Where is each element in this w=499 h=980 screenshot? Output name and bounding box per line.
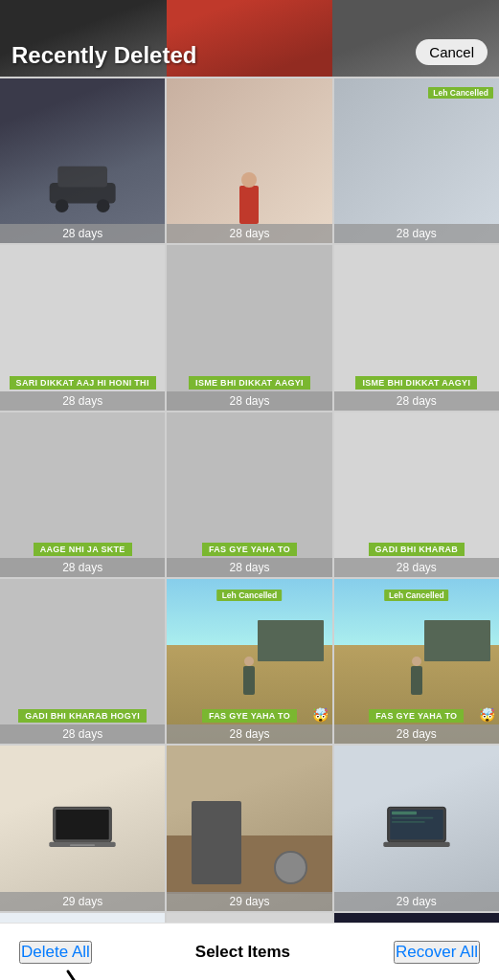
select-items-label: Select Items (195, 943, 290, 962)
cell-days-13: 29 days (0, 892, 165, 911)
cell-tag-11: FAS GYE YAHA TO (202, 709, 297, 723)
leh-cancelled-tag-11: Leh Cancelled (217, 590, 283, 601)
grid-cell-14[interactable]: 29 days (167, 746, 331, 910)
cell-days-10: 28 days (0, 724, 165, 744)
grid-cell-5[interactable]: ISME BHI DIKKAT AAGYI 28 days (167, 245, 331, 410)
grid-cell-2[interactable]: 28 days (167, 78, 331, 243)
emoji-11: 🤯 (312, 707, 329, 723)
laptop-container-2 (334, 746, 499, 910)
cell-thumb (167, 78, 331, 243)
svg-rect-5 (56, 810, 108, 839)
cell-tag-12: FAS GYE YAHA TO (369, 709, 464, 723)
cell-days-9: 28 days (334, 558, 499, 577)
svg-point-2 (56, 199, 69, 212)
cell-days-2: 28 days (167, 224, 331, 243)
cell-days-5: 28 days (167, 391, 331, 411)
cell-days-3: 28 days (334, 224, 499, 243)
mug (274, 851, 306, 883)
svg-rect-12 (392, 822, 425, 824)
cancel-button[interactable]: Cancel (416, 39, 488, 65)
svg-rect-13 (383, 842, 449, 847)
grid-cell-15[interactable]: 29 days (334, 746, 499, 910)
grid-cell-11[interactable]: Leh Cancelled FAS GYE YAHA TO 🤯 28 days (167, 579, 331, 744)
cell-tag-9: GADI BHI KHARAB (369, 543, 465, 556)
svg-rect-1 (57, 167, 107, 188)
cell-tag-4: SARI DIKKAT AAJ HI HONI THI (10, 376, 156, 390)
page-title: Recently Deleted (11, 42, 196, 69)
figure (411, 666, 422, 695)
cell-tag-10: GADI BHI KHARAB HOGYI (18, 709, 147, 723)
label-overlay: AAGE NHI JA SKTE (0, 543, 165, 556)
grid-cell-7[interactable]: AAGE NHI JA SKTE 28 days (0, 412, 165, 577)
car-icon (0, 142, 165, 224)
cell-tag-6: ISME BHI DIKKAT AAGYI (355, 376, 477, 390)
cell-days-8: 28 days (167, 558, 331, 577)
label-overlay: FAS GYE YAHA TO (167, 543, 331, 556)
grid-cell-13[interactable]: 29 days (0, 746, 165, 910)
figure (239, 186, 259, 224)
cell-days-12: 28 days (334, 724, 499, 744)
header-overlay: Recently Deleted Cancel (0, 0, 499, 77)
arrow-overlay (0, 913, 165, 980)
leh-cancelled-tag-12: Leh Cancelled (384, 590, 449, 601)
label-overlay: ISME BHI DIKKAT AAGYI (334, 376, 499, 390)
cell-days-4: 28 days (0, 391, 165, 411)
label-overlay: ISME BHI DIKKAT AAGYI (167, 376, 331, 390)
svg-rect-10 (392, 812, 417, 814)
cell-tag-8: FAS GYE YAHA TO (202, 543, 297, 556)
emoji-12: 🤯 (479, 707, 495, 723)
photo-grid: 28 days 28 days Leh Cancelled 28 days SA… (0, 77, 499, 980)
grid-cell-3[interactable]: Leh Cancelled 28 days (334, 78, 499, 243)
grid-cell-6[interactable]: ISME BHI DIKKAT AAGYI 28 days (334, 245, 499, 410)
leh-tag-container: Leh Cancelled (217, 585, 283, 602)
cell-tag-7: AAGE NHI JA SKTE (34, 543, 132, 556)
label-overlay: SARI DIKKAT AAJ HI HONI THI (0, 376, 165, 390)
cell-days-1: 28 days (0, 224, 165, 243)
truck (424, 620, 490, 661)
grid-cell-8[interactable]: FAS GYE YAHA TO 28 days (167, 412, 331, 577)
svg-line-14 (68, 971, 97, 980)
cell-thumb: Leh Cancelled (334, 78, 499, 243)
label-overlay-11: FAS GYE YAHA TO (167, 709, 331, 723)
laptop-container (0, 746, 165, 910)
label-overlay-12: FAS GYE YAHA TO (334, 709, 499, 723)
desk-scene (167, 746, 331, 910)
arrow-icon (49, 962, 116, 980)
leh-tag-container-12: Leh Cancelled (384, 585, 449, 602)
grid-cell-1[interactable]: 28 days (0, 78, 165, 243)
cell-tag-5: ISME BHI DIKKAT AAGYI (189, 376, 310, 390)
svg-rect-11 (392, 817, 433, 819)
head (241, 172, 257, 188)
label-overlay: GADI BHI KHARAB HOGYI (0, 709, 165, 723)
leh-cancelled-badge: Leh Cancelled (428, 82, 493, 100)
cell-days-11: 28 days (167, 724, 331, 744)
grid-cell-12[interactable]: Leh Cancelled FAS GYE YAHA TO 🤯 28 days (334, 579, 499, 744)
grid-cell-10[interactable]: GADI BHI KHARAB HOGYI 28 days (0, 579, 165, 744)
laptop-on-desk (192, 801, 241, 883)
cell-thumb (0, 78, 165, 243)
cell-days-7: 28 days (0, 558, 165, 577)
recover-all-button[interactable]: Recover All (394, 941, 480, 964)
grid-cell-9[interactable]: GADI BHI KHARAB 28 days (334, 412, 499, 577)
laptop-icon (49, 803, 116, 853)
truck (258, 620, 324, 661)
cell-days-15: 29 days (334, 892, 499, 911)
grid-cell-4[interactable]: SARI DIKKAT AAJ HI HONI THI 28 days (0, 245, 165, 410)
svg-rect-7 (70, 845, 95, 847)
figure (243, 666, 255, 695)
laptop-icon-2 (383, 803, 450, 853)
svg-point-3 (97, 199, 110, 212)
cell-days-14: 29 days (167, 892, 331, 911)
cell-days-6: 28 days (334, 391, 499, 411)
label-overlay: GADI BHI KHARAB (334, 543, 499, 556)
header: Recently Deleted Cancel (0, 0, 499, 77)
grid-cell-16[interactable]: Add a reply... I The I'm q w e r t y u i… (0, 913, 165, 980)
